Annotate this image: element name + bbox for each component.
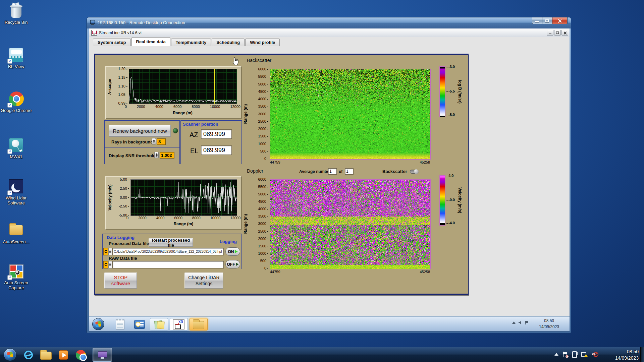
remote-clock[interactable]: 08:50 14/09/2023 bbox=[531, 318, 568, 330]
tab-scheduling[interactable]: Scheduling bbox=[212, 39, 245, 46]
tick-label: 2.50 bbox=[120, 187, 129, 190]
taskbar-notepad-icon[interactable] bbox=[111, 318, 129, 330]
close-button[interactable] bbox=[552, 17, 568, 24]
tab-system-setup[interactable]: System setup bbox=[93, 39, 131, 46]
network-warning-icon[interactable] bbox=[581, 352, 587, 357]
windows-flag-icon bbox=[95, 321, 101, 327]
desktop-icon-bl-view[interactable]: BL-View bbox=[1, 47, 32, 69]
tick-label: 10000 bbox=[210, 216, 221, 220]
background-control-box: Renew background now Rays in background … bbox=[104, 120, 180, 147]
tick-label: 3000 bbox=[258, 222, 268, 226]
volume-muted-icon[interactable] bbox=[592, 352, 598, 357]
rays-in-background-label: Rays in background bbox=[111, 139, 153, 144]
browse-icon[interactable] bbox=[108, 248, 112, 255]
rays-value[interactable]: 8 bbox=[157, 138, 166, 145]
average-total-field[interactable]: 1 bbox=[345, 168, 354, 175]
tick-label: 2000 bbox=[258, 127, 268, 131]
el-value-field[interactable]: 089.999 bbox=[201, 145, 232, 155]
desktop-icon-label: Recycle Bin bbox=[1, 20, 32, 25]
taskbar-control-panel-icon[interactable] bbox=[130, 318, 149, 330]
app-minimize-button[interactable] bbox=[547, 30, 553, 36]
on-label: ON bbox=[228, 249, 234, 254]
start-button[interactable] bbox=[4, 348, 16, 361]
ascope-y-label: A-scope bbox=[106, 70, 113, 104]
doppler-x-max: 45258 bbox=[410, 270, 430, 274]
tick-label: 1000 bbox=[258, 252, 268, 255]
off-led-icon bbox=[236, 262, 239, 266]
desktop-icon-recycle-bin[interactable]: Recycle Bin bbox=[1, 3, 32, 25]
taskbar-internet-explorer-icon[interactable] bbox=[21, 348, 36, 362]
taskbar-file-explorer-icon[interactable] bbox=[38, 348, 54, 362]
desktop-icon-google-chrome[interactable]: Google Chrome bbox=[1, 91, 32, 113]
backscatter-toggle[interactable] bbox=[410, 170, 419, 174]
remote-desktop-icon bbox=[98, 351, 107, 359]
folder-icon bbox=[193, 321, 204, 329]
backscatter-x-min: 44759 bbox=[270, 160, 280, 164]
desktop-icon-autoscreen-folder[interactable]: AutoScreen... bbox=[1, 222, 32, 244]
raw-path-field[interactable] bbox=[112, 261, 224, 268]
doppler-y-axis: 6000550050004500400035003000250020001500… bbox=[252, 178, 268, 270]
desktop-icon-mw41[interactable]: MW41 bbox=[1, 137, 32, 159]
show-hidden-icons-icon[interactable] bbox=[512, 321, 516, 324]
desktop-icon-wind-lidar[interactable]: Wind Lidar Software bbox=[1, 178, 32, 205]
tab-wind-profile[interactable]: Wind profile bbox=[245, 39, 280, 46]
average-number-field[interactable]: 1 bbox=[328, 168, 337, 175]
maximize-button[interactable] bbox=[542, 17, 552, 24]
restart-processed-file-button[interactable]: Restart processed file bbox=[149, 238, 193, 247]
show-hidden-icons-icon[interactable] bbox=[554, 353, 558, 356]
tick-label: 1500 bbox=[258, 134, 268, 138]
desktop-icon-label: BL-View bbox=[1, 64, 32, 69]
app-window-title: StreamLine XR v14-6.vi bbox=[99, 31, 142, 35]
tick-label: 4000 bbox=[258, 207, 268, 211]
taskbar-rdp-active-button[interactable] bbox=[93, 348, 112, 362]
clock[interactable]: 08:50 14/09/2023 bbox=[600, 349, 639, 361]
app-maximize-button[interactable] bbox=[554, 30, 561, 36]
action-center-icon[interactable] bbox=[525, 321, 528, 324]
raw-logging-off-toggle[interactable]: OFF bbox=[225, 260, 240, 268]
app-close-button[interactable] bbox=[561, 30, 568, 36]
local-taskbar: 08:50 14/09/2023 bbox=[0, 347, 644, 362]
data-logging-box: Data Logging Processed Data file Restart… bbox=[102, 234, 242, 269]
taskbar-sticky-notes-button[interactable] bbox=[150, 318, 168, 330]
az-value-field[interactable]: 089.999 bbox=[201, 129, 232, 139]
power-icon[interactable] bbox=[572, 351, 577, 357]
minimize-icon bbox=[549, 34, 551, 34]
remote-start-button[interactable] bbox=[92, 318, 104, 330]
velocity-plot bbox=[130, 179, 237, 216]
volume-icon[interactable] bbox=[519, 321, 522, 324]
rdp-titlebar[interactable]: 192.168.0.150 - Remote Desktop Connectio… bbox=[87, 17, 571, 28]
desktop-icon-auto-screen-capture[interactable]: Auto Screen Capture bbox=[1, 263, 32, 290]
shortcut-arrow-icon bbox=[7, 275, 12, 280]
remote-clock-date: 14/09/2023 bbox=[531, 324, 568, 330]
mouse-cursor bbox=[232, 57, 238, 65]
drive-letter-box[interactable]: C bbox=[103, 261, 108, 268]
taskbar-media-player-icon[interactable] bbox=[56, 348, 71, 362]
taskbar-streamline-xr-button[interactable]: XR bbox=[170, 318, 188, 330]
show-desktop-button[interactable] bbox=[640, 347, 644, 362]
processed-path-field[interactable]: C:\Lidar\Data\Proc\2023\202309\20230914\… bbox=[112, 248, 224, 255]
snr-value[interactable]: 1.002 bbox=[160, 152, 174, 159]
stop-software-button[interactable]: STOP software bbox=[104, 273, 137, 289]
notepad-icon bbox=[116, 319, 124, 329]
taskbar-explorer-button[interactable] bbox=[190, 318, 208, 330]
drive-letter-box[interactable]: C bbox=[103, 248, 108, 255]
on-led-icon bbox=[235, 250, 238, 253]
action-center-icon[interactable] bbox=[563, 352, 567, 357]
tab-temp-humidity[interactable]: Temp/humidity bbox=[171, 39, 211, 46]
change-lidar-settings-button[interactable]: Change LiDAR Settings bbox=[184, 273, 223, 289]
tick-label: 5.00 bbox=[120, 178, 129, 181]
rays-spinner[interactable] bbox=[152, 138, 156, 144]
app-titlebar[interactable]: StreamLine XR v14-6.vi bbox=[89, 28, 570, 37]
tick-label: 0 bbox=[264, 266, 268, 270]
browse-icon[interactable] bbox=[108, 261, 112, 268]
minimize-button[interactable] bbox=[532, 17, 542, 24]
desktop-icon-label: AutoScreen... bbox=[1, 239, 32, 244]
snr-spinner[interactable] bbox=[154, 152, 159, 158]
taskbar-chrome-icon[interactable] bbox=[73, 348, 89, 362]
processed-logging-on-toggle[interactable]: ON bbox=[225, 247, 240, 256]
renew-background-button[interactable]: Renew background now bbox=[109, 125, 171, 137]
tab-real-time-data[interactable]: Real time data bbox=[131, 37, 170, 46]
desktop-icon-label: MW41 bbox=[1, 154, 32, 159]
xr-icon-text: XR bbox=[178, 320, 183, 324]
sticky-notes-icon bbox=[155, 320, 163, 329]
